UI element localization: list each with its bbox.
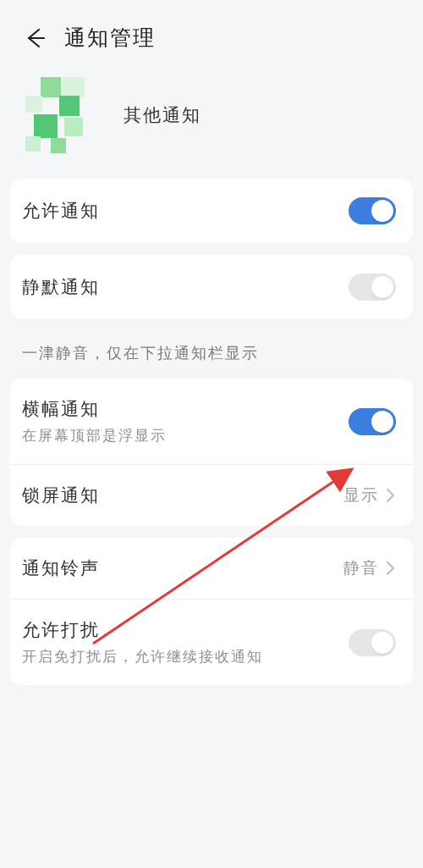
- silent-card: 静默通知: [10, 255, 413, 319]
- silent-toggle[interactable]: [349, 274, 396, 301]
- banner-sub: 在屏幕顶部是浮显示: [22, 426, 167, 445]
- display-card: 横幅通知 在屏幕顶部是浮显示 锁屏通知 显示: [10, 379, 413, 526]
- sound-card: 通知铃声 静音 允许打扰 开启免打扰后，允许继续接收通知: [10, 538, 413, 685]
- chevron-right-icon: [384, 487, 396, 504]
- dnd-row[interactable]: 允许打扰 开启免打扰后，允许继续接收通知: [10, 599, 413, 685]
- allow-label: 允许通知: [22, 199, 100, 223]
- silent-label: 静默通知: [22, 275, 100, 299]
- back-icon[interactable]: [24, 26, 47, 50]
- banner-label: 横幅通知: [22, 397, 167, 421]
- allow-notifications-row[interactable]: 允许通知: [10, 179, 413, 243]
- app-icon: [25, 77, 102, 153]
- silent-hint: 一津静音，仅在下拉通知栏显示: [0, 331, 423, 379]
- chevron-right-icon: [384, 560, 396, 577]
- header: 通知管理: [0, 0, 423, 69]
- app-info-row: 其他通知: [0, 69, 423, 179]
- dnd-toggle[interactable]: [349, 629, 396, 656]
- app-name: 其他通知: [124, 103, 201, 127]
- banner-notifications-row[interactable]: 横幅通知 在屏幕顶部是浮显示: [10, 379, 413, 464]
- silent-notifications-row[interactable]: 静默通知: [10, 255, 413, 319]
- lockscreen-label: 锁屏通知: [22, 484, 100, 507]
- ringtone-row[interactable]: 通知铃声 静音: [10, 538, 413, 599]
- allow-toggle[interactable]: [349, 197, 396, 224]
- lockscreen-notifications-row[interactable]: 锁屏通知 显示: [10, 464, 413, 526]
- allow-card: 允许通知: [10, 179, 413, 243]
- page-title: 通知管理: [64, 24, 156, 52]
- banner-toggle[interactable]: [349, 408, 396, 435]
- dnd-sub: 开启免打扰后，允许继续接收通知: [22, 647, 263, 666]
- ringtone-label: 通知铃声: [22, 556, 100, 580]
- dnd-label: 允许打扰: [22, 618, 263, 642]
- ringtone-value: 静音: [343, 557, 379, 579]
- lockscreen-value: 显示: [343, 484, 379, 506]
